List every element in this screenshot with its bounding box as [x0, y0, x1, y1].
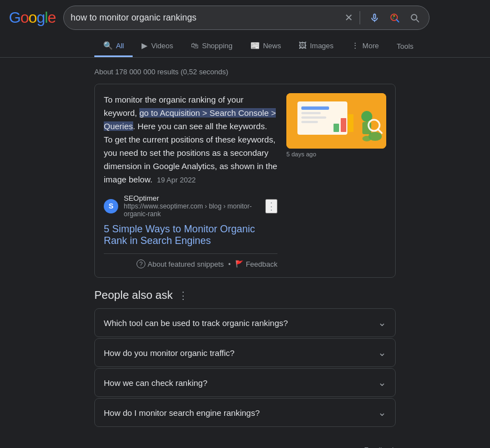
paa-chevron-4: ⌄ [378, 406, 386, 419]
tab-images-label: Images [310, 42, 334, 50]
source-favicon: S [104, 199, 118, 213]
paa-question-4: How do I monitor search engine rankings? [104, 408, 378, 418]
tab-videos[interactable]: ▶ Videos [133, 35, 182, 57]
mic-button[interactable] [367, 10, 382, 26]
source-name: SEOptimer [124, 194, 260, 202]
svg-rect-6 [301, 106, 329, 110]
tab-shopping[interactable]: 🛍 Shopping [182, 35, 241, 57]
bottom-feedback-link[interactable]: Feedback [364, 446, 396, 448]
tab-news[interactable]: 📰 News [241, 35, 290, 57]
paa-item-3[interactable]: How we can check ranking? ⌄ [94, 368, 396, 397]
tools-button[interactable]: Tools [388, 37, 422, 56]
svg-line-1 [397, 19, 399, 22]
favicon-letter: S [109, 202, 114, 210]
tab-all-label: All [116, 42, 124, 50]
source-info: SEOptimer https://www.seoptimer.com › bl… [124, 194, 260, 218]
all-icon: 🔍 [103, 41, 113, 50]
paa-item-4[interactable]: How do I monitor search engine rankings?… [94, 398, 396, 427]
svg-point-18 [362, 136, 371, 141]
results-count: About 178 000 000 results (0,52 seconds) [94, 68, 396, 76]
svg-rect-7 [301, 112, 321, 114]
snippet-date: 19 Apr 2022 [157, 176, 196, 184]
mic-icon [369, 12, 380, 23]
snippet-text: To monitor the organic ranking of your k… [104, 93, 277, 186]
paa-item-2[interactable]: How do you monitor organic traffic? ⌄ [94, 338, 396, 367]
flag-icon: 🚩 [235, 260, 244, 268]
search-input[interactable]: how to monitor organic rankings [70, 13, 340, 23]
tab-more[interactable]: ⋮ More [342, 35, 388, 57]
paa-question-2: How do you monitor organic traffic? [104, 348, 378, 358]
bottom-feedback-area: Feedback [0, 439, 490, 448]
featured-snippet: To monitor the organic ranking of your k… [94, 84, 396, 278]
tab-news-label: News [263, 42, 281, 50]
paa-header: People also ask ⋮ [94, 289, 396, 302]
search-bar: how to monitor organic rankings ✕ [63, 6, 430, 30]
svg-rect-12 [348, 114, 353, 132]
videos-icon: ▶ [142, 41, 148, 50]
svg-point-2 [393, 15, 395, 17]
svg-rect-11 [341, 118, 346, 132]
paa-section: People also ask ⋮ Which tool can be used… [94, 289, 396, 427]
about-snippets-link[interactable]: ? About featured snippets [137, 259, 224, 268]
snippet-feedback-link[interactable]: 🚩 Feedback [235, 260, 277, 268]
nav-tabs: 🔍 All ▶ Videos 🛍 Shopping 📰 News 🖼 Image… [0, 35, 490, 58]
images-icon: 🖼 [299, 41, 306, 50]
search-button[interactable] [407, 10, 422, 26]
header: Google how to monitor organic rankings ✕ [0, 0, 490, 35]
paa-question-3: How we can check ranking? [104, 378, 378, 388]
paa-title: People also ask [94, 289, 173, 302]
question-icon: ? [137, 259, 145, 268]
tab-videos-label: Videos [151, 42, 173, 50]
dot-separator: • [228, 260, 231, 268]
tab-more-label: More [362, 42, 379, 50]
svg-rect-10 [334, 124, 339, 132]
svg-rect-9 [301, 121, 318, 123]
tab-shopping-label: Shopping [202, 42, 233, 50]
paa-chevron-2: ⌄ [378, 347, 386, 359]
paa-question-1: Which tool can be used to track organic … [104, 318, 378, 328]
lens-icon [389, 12, 400, 23]
snippet-image [286, 93, 386, 149]
svg-point-3 [393, 18, 395, 19]
main-content: About 178 000 000 results (0,52 seconds)… [0, 58, 490, 439]
snippet-illustration [286, 93, 386, 149]
paa-chevron-1: ⌄ [378, 317, 386, 329]
snippet-footer: ? About featured snippets • 🚩 Feedback [104, 253, 277, 268]
source-url: https://www.seoptimer.com › blog › monit… [124, 202, 260, 218]
snippet-feedback-label: Feedback [246, 260, 277, 268]
source-row: S SEOptimer https://www.seoptimer.com › … [104, 194, 277, 221]
snippet-text-area: To monitor the organic ranking of your k… [104, 93, 277, 268]
snippet-image-area: 5 days ago [286, 93, 386, 268]
shopping-icon: 🛍 [191, 41, 199, 50]
paa-item-1[interactable]: Which tool can be used to track organic … [94, 308, 396, 337]
google-logo: Google [9, 9, 55, 27]
tab-all[interactable]: 🔍 All [94, 35, 133, 57]
search-icon [409, 12, 420, 23]
paa-chevron-3: ⌄ [378, 376, 386, 389]
more-icon: ⋮ [351, 41, 359, 50]
image-days-ago: 5 days ago [286, 151, 386, 157]
news-icon: 📰 [250, 41, 260, 50]
clear-button[interactable]: ✕ [345, 12, 353, 24]
about-snippets-label: About featured snippets [148, 260, 224, 268]
svg-rect-8 [301, 116, 326, 119]
lens-button[interactable] [387, 10, 402, 26]
paa-more-icon[interactable]: ⋮ [178, 289, 188, 302]
result-title-link[interactable]: 5 Simple Ways to Monitor Organic Rank in… [104, 223, 277, 247]
source-more-button[interactable]: ⋮ [265, 199, 277, 213]
tab-images[interactable]: 🖼 Images [290, 35, 342, 57]
